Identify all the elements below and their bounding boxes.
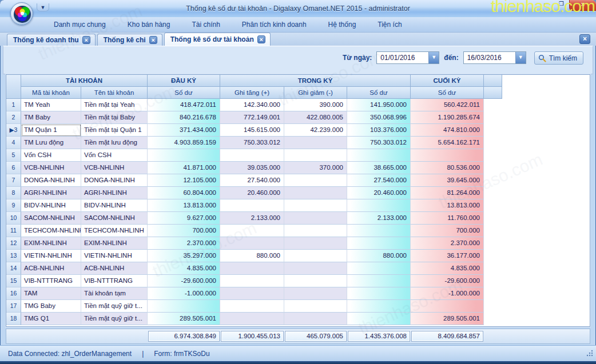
menu-item-he-thong[interactable]: Hệ thống — [320, 18, 364, 31]
row-header[interactable]: 15 — [6, 275, 21, 287]
menu-item-phan-tich-kinh-doanh[interactable]: Phân tích kinh doanh — [234, 18, 315, 31]
cell-tang[interactable] — [220, 300, 284, 313]
cell-giam[interactable] — [284, 262, 347, 275]
menu-item-tai-chinh[interactable]: Tài chính — [184, 18, 228, 31]
table-row[interactable]: 1TM YeahTiền mặt tại Yeah418.472.011142.… — [6, 99, 590, 111]
cell-trongky[interactable]: 20.460.000 — [347, 187, 411, 199]
cell-code[interactable]: TAM — [21, 287, 81, 300]
cell-dauky[interactable]: 840.216.678 — [148, 111, 220, 124]
cell-giam[interactable] — [284, 212, 347, 225]
cell-cuoiky[interactable]: -1.000.000 — [411, 287, 484, 300]
cell-cuoiky[interactable]: 1.190.285.674 — [411, 111, 484, 124]
app-logo-button[interactable] — [10, 2, 33, 25]
cell-giam[interactable]: 370.000 — [284, 162, 347, 174]
table-row[interactable]: 16TAMTài khoản tạm-1.000.000-1.000.000 — [6, 287, 590, 300]
cell-giam[interactable] — [284, 174, 347, 187]
cell-code[interactable]: DONGA-NHLINH — [21, 174, 81, 187]
cell-dauky[interactable]: 4.903.859.159 — [148, 137, 220, 149]
cell-trongky[interactable] — [347, 225, 411, 237]
close-button[interactable]: × — [569, 0, 596, 11]
cell-dauky[interactable]: 371.434.000 — [148, 124, 220, 137]
cell-trongky[interactable] — [347, 237, 411, 250]
row-header[interactable]: 7 — [6, 174, 21, 187]
cell-trongky[interactable]: 38.665.000 — [347, 162, 411, 174]
cell-trongky[interactable]: 880.000 — [347, 250, 411, 262]
cell-dauky[interactable]: 35.297.000 — [148, 250, 220, 262]
cell-dauky[interactable]: 12.105.000 — [148, 174, 220, 187]
cell-giam[interactable] — [284, 300, 347, 313]
table-row[interactable]: 18TMG Q1Tiền mặt quỹ giữ t...289.505.001… — [6, 313, 590, 325]
cell-cuoiky[interactable] — [411, 149, 484, 162]
column-header-code[interactable]: Mã tài khoản — [21, 87, 81, 99]
cell-trongky[interactable] — [347, 287, 411, 300]
cell-trongky[interactable] — [347, 300, 411, 313]
row-header[interactable]: 10 — [6, 212, 21, 225]
row-header[interactable]: 1 — [6, 99, 21, 111]
cell-giam[interactable] — [284, 237, 347, 250]
cell-dauky[interactable]: -29.600.000 — [148, 275, 220, 287]
cell-code[interactable]: TM Baby — [21, 111, 81, 124]
cell-cuoiky[interactable]: 39.645.000 — [411, 174, 484, 187]
cell-giam[interactable]: 422.080.005 — [284, 111, 347, 124]
cell-code[interactable]: VIB-NTTTRANG — [21, 275, 81, 287]
row-header[interactable]: 16 — [6, 287, 21, 300]
row-header[interactable]: 18 — [6, 313, 21, 325]
cell-cuoiky[interactable]: 474.810.000 — [411, 124, 484, 137]
resize-grip[interactable] — [586, 349, 593, 358]
row-header[interactable]: 6 — [6, 162, 21, 174]
cell-tang[interactable]: 880.000 — [220, 250, 284, 262]
cell-code[interactable]: TM Lưu động — [21, 137, 81, 149]
cell-code[interactable]: VCB-NHLINH — [21, 162, 81, 174]
cell-code[interactable]: BIDV-NHLINH — [21, 199, 81, 212]
cell-giam[interactable] — [284, 149, 347, 162]
cell-name[interactable]: Tiền mặt lưu động — [81, 137, 148, 149]
row-header[interactable]: 13 — [6, 250, 21, 262]
menu-item-danh-muc-chung[interactable]: Danh mục chung — [46, 18, 114, 31]
table-row[interactable]: 10SACOM-NHLINHSACOM-NHLINH9.627.0002.133… — [6, 212, 590, 225]
cell-name[interactable]: Tiền mặt quỹ giữ t... — [81, 313, 148, 325]
cell-giam[interactable]: 42.239.000 — [284, 124, 347, 137]
cell-dauky[interactable]: 9.627.000 — [148, 212, 220, 225]
tab-close-icon[interactable]: × — [149, 36, 157, 44]
tab-thong-ke-so-du-tai-khoan[interactable]: Thống kê số dư tài khoản× — [164, 33, 271, 46]
band-header-dauky[interactable]: ĐẦU KỲ — [148, 75, 220, 87]
column-header-sodu-cuoiky[interactable]: Số dư — [411, 87, 484, 99]
cell-trongky[interactable]: 350.068.996 — [347, 111, 411, 124]
cell-name[interactable]: DONGA-NHLINH — [81, 174, 148, 187]
table-row[interactable]: 9BIDV-NHLINHBIDV-NHLINH13.813.00013.813.… — [6, 199, 590, 212]
cell-giam[interactable] — [284, 287, 347, 300]
cell-tang[interactable]: 39.035.000 — [220, 162, 284, 174]
cell-trongky[interactable]: 141.950.000 — [347, 99, 411, 111]
maximize-button[interactable]: ❒ — [554, 0, 569, 9]
cell-tang[interactable] — [220, 149, 284, 162]
table-row[interactable]: 17TMG BabyTiền mặt quỹ giữ t... — [6, 300, 590, 313]
cell-giam[interactable] — [284, 199, 347, 212]
cell-giam[interactable]: 390.000 — [284, 99, 347, 111]
column-header-ghitang[interactable]: Ghi tăng (+) — [220, 87, 284, 99]
to-date-input[interactable]: 16/03/2016 ▼ — [463, 51, 526, 64]
table-row[interactable]: 11TECHCOM-NHLINHTECHCOM-NHLINH700.000700… — [6, 225, 590, 237]
from-date-input[interactable]: 01/01/2016 ▼ — [376, 51, 439, 64]
table-row[interactable]: 7DONGA-NHLINHDONGA-NHLINH12.105.00027.54… — [6, 174, 590, 187]
cell-name[interactable]: VIETIN-NHLINH — [81, 250, 148, 262]
tab-close-icon[interactable]: × — [257, 35, 265, 43]
cell-cuoiky[interactable]: -29.600.000 — [411, 275, 484, 287]
cell-tang[interactable] — [220, 313, 284, 325]
cell-cuoiky[interactable]: 13.813.000 — [411, 199, 484, 212]
table-row[interactable]: 13VIETIN-NHLINHVIETIN-NHLINH35.297.00088… — [6, 250, 590, 262]
cell-giam[interactable] — [284, 137, 347, 149]
cell-name[interactable]: AGRI-NHLINH — [81, 187, 148, 199]
cell-name[interactable]: Tài khoản tạm — [81, 287, 148, 300]
cell-tang[interactable]: 20.460.000 — [220, 187, 284, 199]
column-header-ghigiam[interactable]: Ghi giảm (-) — [284, 87, 347, 99]
cell-giam[interactable] — [284, 250, 347, 262]
cell-tang[interactable] — [220, 287, 284, 300]
cell-code[interactable]: TM Quận 1 — [21, 124, 81, 137]
cell-cuoiky[interactable]: 2.370.000 — [411, 237, 484, 250]
row-header[interactable]: 14 — [6, 262, 21, 275]
cell-tang[interactable]: 750.303.012 — [220, 137, 284, 149]
cell-cuoiky[interactable]: 11.760.000 — [411, 212, 484, 225]
cell-dauky[interactable]: 13.813.000 — [148, 199, 220, 212]
cell-cuoiky[interactable]: 36.177.000 — [411, 250, 484, 262]
row-header-selected[interactable]: ▶3 — [6, 124, 21, 137]
